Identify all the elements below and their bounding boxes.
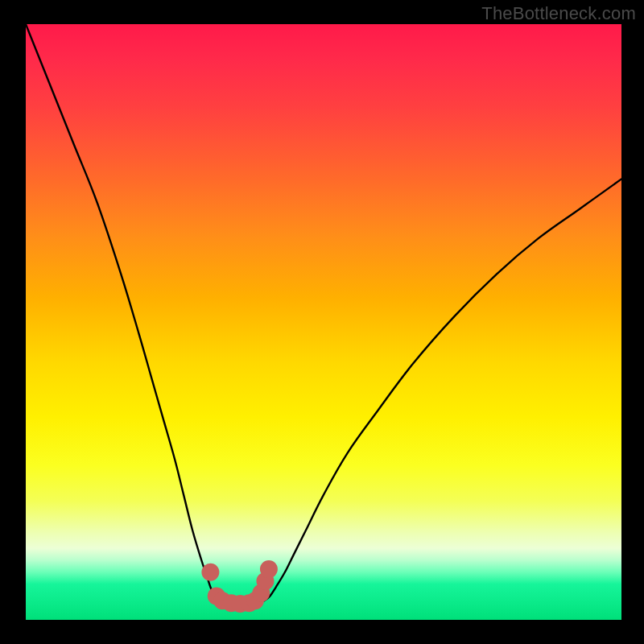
watermark-text: TheBottleneck.com	[481, 3, 636, 24]
data-dot	[260, 560, 278, 578]
data-dot	[201, 564, 219, 581]
plot-area	[26, 24, 621, 620]
curves-svg	[26, 24, 621, 620]
curve-right-curve	[264, 179, 621, 601]
chart-frame: TheBottleneck.com	[0, 0, 644, 644]
curve-left-curve	[26, 24, 218, 601]
